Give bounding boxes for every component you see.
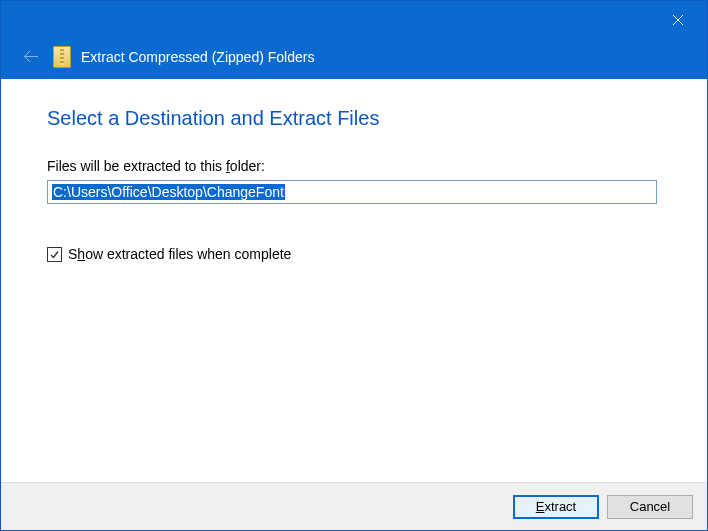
header-row: 🡠 Extract Compressed (Zipped) Folders (19, 46, 314, 68)
cb-hotkey: h (77, 246, 85, 262)
show-files-checkbox[interactable] (47, 247, 62, 262)
cancel-button[interactable]: Cancel (607, 495, 693, 519)
extract-button[interactable]: Extract (513, 495, 599, 519)
label-post: older: (230, 158, 265, 174)
checkmark-icon (49, 249, 60, 260)
close-button[interactable] (663, 9, 693, 31)
close-icon (672, 14, 684, 26)
back-arrow-icon: 🡠 (19, 46, 43, 68)
cancel-label: Cancel (630, 499, 670, 514)
titlebar: 🡠 Extract Compressed (Zipped) Folders (1, 1, 707, 79)
label-pre: Files will be extracted to this (47, 158, 226, 174)
show-files-checkbox-row[interactable]: Show extracted files when complete (47, 246, 661, 262)
zip-folder-icon (53, 46, 71, 68)
footer-bar: Extract Cancel (1, 482, 707, 530)
destination-path-input[interactable]: C:\Users\Office\Desktop\ChangeFont (47, 180, 657, 204)
content-area: Select a Destination and Extract Files F… (1, 79, 707, 482)
show-files-label: Show extracted files when complete (68, 246, 291, 262)
extract-post: xtract (544, 499, 576, 514)
cb-pre: S (68, 246, 77, 262)
window-title: Extract Compressed (Zipped) Folders (81, 49, 314, 65)
extract-wizard-window: 🡠 Extract Compressed (Zipped) Folders Se… (0, 0, 708, 531)
extract-hotkey: E (536, 499, 545, 514)
destination-path-value: C:\Users\Office\Desktop\ChangeFont (52, 184, 285, 200)
cb-post: ow extracted files when complete (85, 246, 291, 262)
destination-label: Files will be extracted to this folder: (47, 158, 661, 174)
page-heading: Select a Destination and Extract Files (47, 107, 661, 130)
